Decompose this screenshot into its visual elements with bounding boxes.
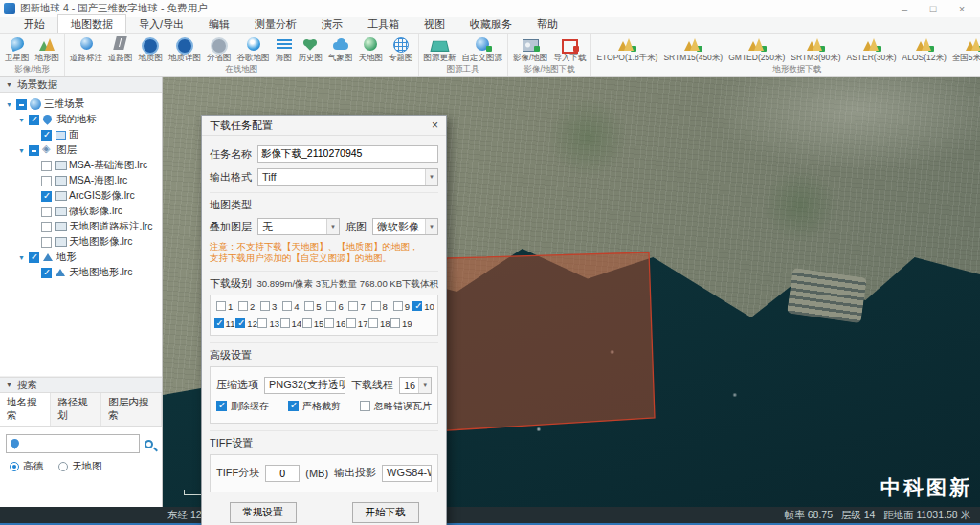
checkbox-unchecked[interactable]	[368, 318, 378, 328]
maximize-button[interactable]: □	[919, 0, 947, 17]
level-9-checkbox[interactable]: 9	[390, 301, 412, 312]
checkbox-unchecked[interactable]	[41, 237, 52, 248]
ribbon-button-自定义图源[interactable]: 自定义图源	[459, 36, 506, 64]
tree-item-三维场景[interactable]: ▼三维场景	[0, 97, 162, 112]
ribbon-button-SRTM3(90米)[interactable]: SRTM3(90米)	[788, 36, 843, 64]
menu-tab-工具箱[interactable]: 工具箱	[355, 15, 412, 33]
search-input[interactable]	[6, 434, 140, 453]
ribbon-button-卫星图[interactable]: 卫星图	[2, 36, 33, 64]
checkbox-unchecked[interactable]	[41, 207, 52, 217]
thread-count-select[interactable]: 16 ▼	[399, 377, 432, 394]
checkbox-unchecked[interactable]	[41, 176, 52, 186]
level-12-checkbox[interactable]: 12	[235, 318, 257, 329]
checkbox-unchecked[interactable]	[216, 301, 226, 311]
ribbon-button-地形图[interactable]: 地形图	[33, 36, 63, 64]
ribbon-button-SRTM15(450米)[interactable]: SRTM15(450米)	[660, 36, 725, 64]
ribbon-button-图源更新[interactable]: 图源更新	[421, 36, 459, 64]
expander-icon[interactable]: ▼	[17, 117, 26, 123]
checkbox-checked[interactable]	[214, 318, 224, 328]
level-7-checkbox[interactable]: 7	[346, 301, 368, 312]
menu-tab-视图[interactable]: 视图	[412, 15, 457, 33]
close-button[interactable]: ×	[947, 0, 976, 17]
ribbon-button-历史图[interactable]: 历史图	[296, 36, 326, 64]
menu-tab-开始[interactable]: 开始	[11, 15, 57, 33]
ribbon-button-影像/地图[interactable]: 影像/地图	[510, 36, 550, 64]
level-10-checkbox[interactable]: 10	[412, 301, 434, 312]
radio-天地图[interactable]: 天地图	[58, 460, 102, 473]
checkbox-unchecked[interactable]	[360, 401, 370, 411]
general-settings-button[interactable]: 常规设置	[230, 502, 297, 523]
expander-icon[interactable]: ▼	[17, 147, 26, 154]
ribbon-button-导入下载[interactable]: 导入下载	[550, 36, 589, 64]
ribbon-button-天地图[interactable]: 天地图	[356, 36, 387, 64]
radio-高德[interactable]: 高德	[10, 460, 43, 473]
ribbon-button-道路图[interactable]: 道路图	[105, 36, 136, 64]
checkbox-partial[interactable]	[16, 99, 27, 110]
level-11-checkbox[interactable]: 11	[213, 318, 235, 329]
search-icon[interactable]	[145, 440, 153, 448]
checkbox-unchecked[interactable]	[304, 301, 314, 311]
level-4-checkbox[interactable]: 4	[279, 301, 301, 312]
menu-tab-导入/导出[interactable]: 导入/导出	[126, 15, 196, 33]
expander-icon[interactable]: ▼	[5, 101, 13, 108]
level-2-checkbox[interactable]: 2	[235, 301, 257, 312]
search-tab-地名搜索[interactable]: 地名搜索	[0, 393, 51, 426]
ribbon-button-GMTED(250米)[interactable]: GMTED(250米)	[725, 36, 788, 64]
level-17-checkbox[interactable]: 17	[346, 318, 368, 329]
checkbox-unchecked[interactable]	[348, 301, 358, 311]
minimize-button[interactable]: –	[890, 0, 919, 17]
level-14-checkbox[interactable]: 14	[279, 318, 301, 329]
ribbon-button-道路标注[interactable]: 道路标注	[67, 36, 105, 64]
checkbox-partial[interactable]	[29, 145, 39, 156]
ribbon-button-气象图[interactable]: 气象图	[325, 36, 356, 64]
checkbox-checked[interactable]	[29, 115, 39, 125]
ribbon-button-分省图[interactable]: 分省图	[204, 36, 234, 64]
checkbox-忽略错误瓦片[interactable]: 忽略错误瓦片	[360, 400, 432, 413]
checkbox-checked[interactable]	[41, 130, 52, 141]
ribbon-button-地质图[interactable]: 地质图	[136, 36, 167, 64]
checkbox-unchecked[interactable]	[238, 301, 248, 311]
level-18-checkbox[interactable]: 18	[368, 318, 390, 329]
menu-tab-演示[interactable]: 演示	[309, 15, 355, 33]
task-name-input[interactable]	[257, 145, 438, 163]
tree-item-ArcGIS影像.lrc[interactable]: ArcGIS影像.lrc	[0, 188, 162, 204]
level-6-checkbox[interactable]: 6	[324, 301, 346, 312]
level-15-checkbox[interactable]: 15	[301, 318, 323, 329]
tiff-block-input[interactable]	[265, 465, 300, 482]
checkbox-checked[interactable]	[41, 268, 52, 278]
checkbox-checked[interactable]	[235, 318, 245, 328]
checkbox-unchecked[interactable]	[324, 318, 334, 328]
tree-item-天地图道路标注.lrc[interactable]: 天地图道路标注.lrc	[0, 219, 162, 234]
overlay-layer-select[interactable]: 无 ▼	[257, 218, 340, 235]
level-1-checkbox[interactable]: 1	[213, 301, 235, 312]
level-16-checkbox[interactable]: 16	[324, 318, 346, 329]
checkbox-unchecked[interactable]	[390, 318, 400, 328]
basemap-select[interactable]: 微软影像 ▼	[372, 218, 438, 235]
projection-select[interactable]: WGS84-WEB墨卡托 ▼	[382, 465, 432, 482]
tree-item-天地图地形.lrc[interactable]: 天地图地形.lrc	[0, 265, 162, 280]
checkbox-unchecked[interactable]	[260, 301, 270, 311]
scene-data-header[interactable]: ▼ 场景数据	[0, 77, 162, 93]
checkbox-unchecked[interactable]	[257, 318, 267, 328]
menu-tab-帮助[interactable]: 帮助	[524, 15, 570, 33]
checkbox-unchecked[interactable]	[302, 318, 312, 328]
ribbon-button-地质详图[interactable]: 地质详图	[166, 36, 204, 64]
ribbon-button-谷歌地图[interactable]: 谷歌地图	[234, 36, 273, 64]
checkbox-checked[interactable]	[29, 252, 39, 263]
checkbox-unchecked[interactable]	[41, 161, 52, 171]
checkbox-checked[interactable]	[412, 301, 422, 311]
level-19-checkbox[interactable]: 19	[390, 318, 412, 329]
ribbon-button-海图[interactable]: 海图	[273, 36, 296, 64]
ribbon-button-ASTER(30米)[interactable]: ASTER(30米)	[844, 36, 900, 64]
checkbox-unchecked[interactable]	[41, 222, 52, 232]
tree-item-我的地标[interactable]: ▼我的地标	[0, 112, 162, 127]
tree-item-MSA-海图.lrc[interactable]: MSA-海图.lrc	[0, 173, 162, 188]
output-format-select[interactable]: Tiff ▼	[257, 168, 438, 186]
start-download-button[interactable]: 开始下载	[352, 502, 419, 523]
menu-tab-编辑[interactable]: 编辑	[196, 15, 242, 33]
search-header[interactable]: ▼ 搜索	[0, 377, 162, 393]
checkbox-unchecked[interactable]	[346, 318, 356, 328]
checkbox-unchecked[interactable]	[393, 301, 403, 311]
tree-item-地形[interactable]: ▼地形	[0, 250, 162, 265]
menu-tab-测量分析[interactable]: 测量分析	[242, 15, 309, 33]
